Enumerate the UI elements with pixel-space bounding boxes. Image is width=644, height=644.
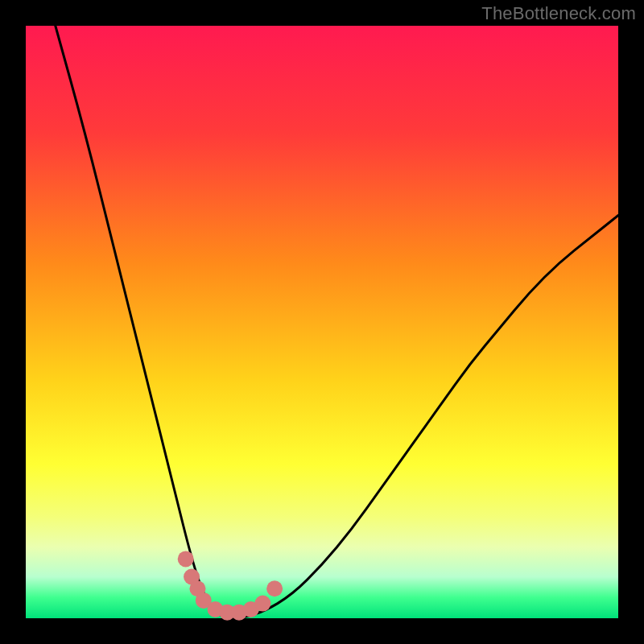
chart-frame: TheBottleneck.com	[0, 0, 644, 644]
data-marker	[178, 551, 194, 567]
plot-background	[26, 26, 618, 618]
chart-svg	[0, 0, 644, 644]
data-marker	[254, 596, 270, 612]
watermark-text: TheBottleneck.com	[481, 3, 636, 24]
data-marker	[266, 580, 283, 597]
